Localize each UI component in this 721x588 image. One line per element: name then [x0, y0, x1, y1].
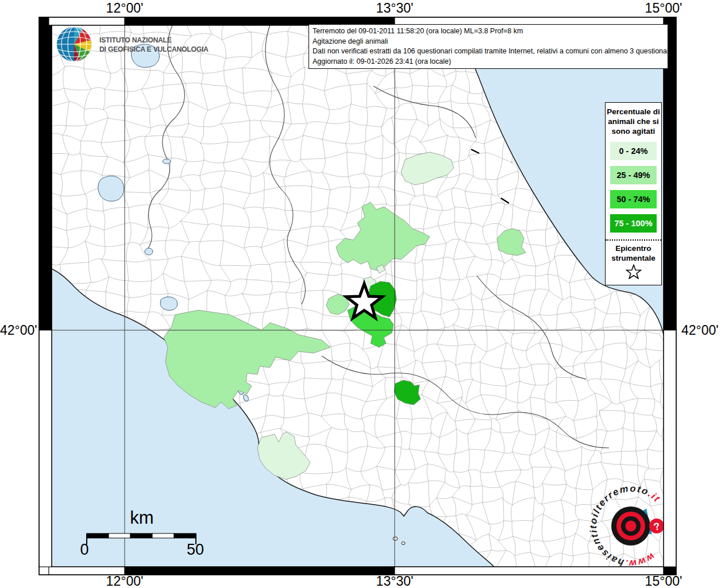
axis-bottom-1330: 13°30' [376, 574, 414, 588]
event-summary: Terremoto del 09-01-2011 11:58:20 (ora l… [313, 26, 668, 37]
axis-top-1330: 13°30' [376, 1, 414, 16]
legend-class-3: 75 - 100% [610, 214, 657, 233]
data-disclaimer: Dati non verificati estratti da 106 ques… [313, 47, 668, 57]
axis-top-12: 12°00' [106, 1, 144, 16]
institute-name-line2: DI GEOFISICA E VULCANOLOGIA [99, 45, 209, 54]
last-updated: Aggiornato il: 09-01-2026 23:41 (ora loc… [313, 57, 668, 67]
legend: Percentuale di animali che si sono agita… [605, 102, 662, 285]
institute-name-line1: ISTITUTO NAZIONALE [99, 36, 209, 45]
ingv-map-page: ? www.haisentitoilterremoto.it [0, 0, 721, 588]
axis-bottom-12: 12°00' [106, 574, 144, 588]
ingv-globe-icon [55, 26, 94, 63]
axis-right-42: 42°00' [681, 323, 719, 338]
scale-unit-label: km [130, 508, 153, 528]
star-outline-icon [626, 264, 642, 279]
scale-max-label: 50 [187, 541, 204, 559]
legend-class-0: 0 - 24% [610, 142, 657, 160]
axis-left-42: 42°00' [0, 323, 37, 338]
ingv-logo[interactable]: ISTITUTO NAZIONALE DI GEOFISICA E VULCAN… [55, 26, 212, 63]
legend-title: Percentuale di animali che si sono agita… [606, 107, 661, 136]
legend-class-1: 25 - 49% [610, 166, 657, 184]
axis-top-15: 15°00' [645, 1, 683, 16]
map-canvas: ? www.haisentitoilterremoto.it [0, 0, 721, 588]
axis-bottom-15: 15°00' [645, 574, 683, 588]
legend-class-2: 50 - 74% [610, 190, 657, 208]
scale-min-label: 0 [80, 541, 88, 559]
event-info-box: Terremoto del 09-01-2011 11:58:20 (ora l… [309, 24, 668, 69]
map-subject: Agitazione degli animali [313, 37, 668, 47]
legend-divider [606, 239, 661, 241]
legend-epicenter-label: Epicentro strumentale [606, 243, 661, 263]
